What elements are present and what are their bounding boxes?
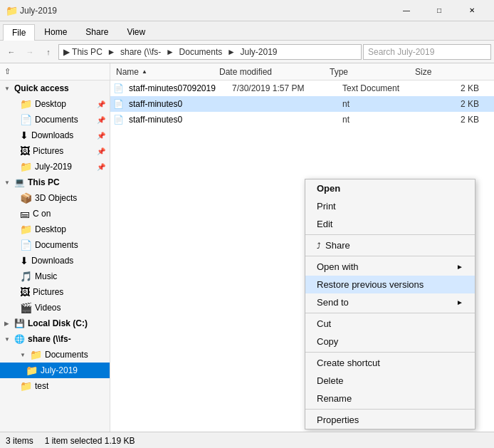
disk-icon: 💾: [14, 318, 25, 328]
ctx-properties[interactable]: Properties: [305, 411, 475, 429]
sidebar-item-label: July-2019: [41, 365, 78, 375]
sidebar-item-share-fs[interactable]: ▼ 🌐 share (\\fs-: [0, 331, 110, 347]
col-header-date[interactable]: Date modified: [214, 63, 324, 80]
sidebar-item-music[interactable]: 🎵 Music: [0, 269, 110, 284]
sidebar-item-videos[interactable]: 🎬 Videos: [0, 300, 110, 316]
sidebar-item-downloads-qa[interactable]: ⬇ Downloads 📌: [0, 127, 110, 143]
tab-file[interactable]: File: [3, 24, 35, 41]
table-row[interactable]: 📄 staff-minutes0 nt 2 KB: [110, 112, 494, 127]
sidebar-scroll[interactable]: ▼ Quick access 📁 Desktop 📌 📄 Documents 📌…: [0, 80, 110, 432]
ctx-open[interactable]: Open: [305, 179, 475, 197]
sidebar-item-label: Videos: [35, 303, 61, 313]
sidebar-item-desktop-pc[interactable]: 📁 Desktop: [0, 222, 110, 237]
sidebar-item-documents-share[interactable]: ▼ 📁 Documents: [0, 347, 110, 363]
ctx-edit[interactable]: Edit: [305, 215, 475, 233]
folder-icon: 🖼: [20, 145, 30, 157]
ctx-cut[interactable]: Cut: [305, 315, 475, 333]
ctx-rename[interactable]: Rename: [305, 390, 475, 407]
ctx-copy[interactable]: Copy: [305, 333, 475, 350]
file-name: staff-minutes0: [129, 115, 232, 125]
ctx-delete-label: Delete: [317, 375, 344, 386]
close-button[interactable]: ✕: [456, 0, 488, 21]
ctx-properties-label: Properties: [317, 415, 359, 425]
address-input[interactable]: ▶ This PC ► share (\\fs- ► Documents ► J…: [58, 44, 362, 60]
main-layout: ▼ Quick access 📁 Desktop 📌 📄 Documents 📌…: [0, 80, 494, 432]
sidebar-item-label: Documents: [35, 240, 78, 250]
sidebar-item-label: Pictures: [33, 146, 63, 156]
sidebar-item-c-on[interactable]: 🖴 C on: [0, 206, 110, 222]
submenu-arrow: ►: [456, 263, 463, 271]
sidebar-item-desktop-qa[interactable]: 📁 Desktop 📌: [0, 96, 110, 112]
sidebar-item-pictures-qa[interactable]: 🖼 Pictures 📌: [0, 143, 110, 159]
drive-icon: 🖴: [20, 208, 30, 219]
file-name: staff-minutes0: [129, 99, 232, 109]
folder-icon: ⬇: [20, 130, 28, 141]
sidebar-item-downloads-pc[interactable]: ⬇ Downloads: [0, 253, 110, 269]
col-header-name[interactable]: Name ▲: [110, 63, 214, 80]
ctx-print[interactable]: Print: [305, 197, 475, 215]
tab-view[interactable]: View: [117, 24, 154, 40]
ctx-restore[interactable]: Restore previous versions: [305, 276, 475, 293]
sidebar-item-pictures-pc[interactable]: 🖼 Pictures: [0, 284, 110, 300]
quick-access-label: Quick access: [14, 83, 69, 93]
ctx-delete[interactable]: Delete: [305, 372, 475, 390]
context-menu: Open Print Edit ⤴ Share Open with ► Re: [305, 179, 475, 429]
sidebar-item-label: Desktop: [35, 99, 66, 109]
file-date: 7/30/2019 1:57 PM: [232, 83, 342, 93]
item-count: 3 items: [6, 436, 33, 446]
ctx-open-label: Open: [317, 183, 340, 194]
column-headers: ⇧ Name ▲ Date modified Type Size: [0, 63, 494, 80]
pin-icon: 📌: [97, 116, 105, 124]
sidebar-item-test[interactable]: 📁 test: [0, 378, 110, 394]
ribbon: File Home Share View: [0, 21, 494, 41]
network-icon: 🌐: [14, 334, 25, 344]
sidebar-item-label: Downloads: [31, 256, 73, 266]
folder-icon: 📁: [20, 161, 32, 172]
ctx-send-to[interactable]: Send to ►: [305, 293, 475, 311]
col-header-size[interactable]: Size: [409, 63, 466, 80]
sidebar-item-july2019-share[interactable]: 📁 July-2019: [0, 363, 110, 378]
ctx-share[interactable]: ⤴ Share: [305, 236, 475, 254]
maximize-button[interactable]: □: [423, 0, 456, 21]
folder-icon: 📁: [20, 98, 32, 110]
sidebar-section-quick-access[interactable]: ▼ Quick access: [0, 80, 110, 96]
tab-share[interactable]: Share: [76, 24, 117, 40]
sidebar-item-july2019-qa[interactable]: 📁 July-2019 📌: [0, 159, 110, 174]
ctx-print-label: Print: [317, 201, 336, 212]
folder-icon: 📄: [20, 114, 32, 125]
ctx-open-with[interactable]: Open with ►: [305, 258, 475, 276]
submenu-arrow: ►: [456, 298, 463, 306]
sidebar-item-3dobjects[interactable]: 📦 3D Objects: [0, 190, 110, 206]
sidebar-item-documents-pc[interactable]: 📄 Documents: [0, 237, 110, 253]
folder-icon: 📁: [20, 224, 32, 235]
sidebar-item-this-pc[interactable]: ▼ 💻 This PC: [0, 174, 110, 190]
ctx-edit-label: Edit: [317, 219, 332, 229]
ctx-create-shortcut[interactable]: Create shortcut: [305, 354, 475, 372]
ctx-separator: [305, 313, 475, 313]
table-row[interactable]: 📄 staff-minutes0 nt 2 KB: [110, 96, 494, 112]
tab-home[interactable]: Home: [35, 24, 76, 40]
sidebar-item-label: Local Disk (C:): [28, 318, 88, 328]
pin-icon: 📌: [97, 100, 105, 108]
sidebar-item-label: Music: [35, 271, 57, 281]
back-button[interactable]: ←: [3, 43, 20, 61]
ctx-separator: [305, 256, 475, 256]
pin-icon: 📌: [97, 132, 105, 140]
up-button[interactable]: ↑: [40, 43, 57, 61]
forward-button[interactable]: →: [21, 43, 38, 61]
sidebar-item-local-disk[interactable]: ▶ 💾 Local Disk (C:): [0, 316, 110, 331]
status-bar: 3 items 1 item selected 1.19 KB: [0, 432, 494, 448]
share-icon: ⤴: [317, 241, 321, 250]
table-row[interactable]: 📄 staff-minutes07092019 7/30/2019 1:57 P…: [110, 80, 494, 96]
window-icon: 📁: [6, 5, 17, 16]
minimize-button[interactable]: —: [390, 0, 423, 21]
sidebar-item-label: 3D Objects: [35, 193, 77, 203]
file-list[interactable]: 📄 staff-minutes07092019 7/30/2019 1:57 P…: [110, 80, 494, 127]
search-box[interactable]: Search July-2019: [363, 44, 491, 60]
ctx-share-label: Share: [325, 240, 350, 251]
ctx-cut-label: Cut: [317, 318, 331, 329]
sidebar-item-label: July-2019: [35, 162, 72, 172]
col-header-type[interactable]: Type: [324, 63, 409, 80]
sidebar-item-documents-qa[interactable]: 📄 Documents 📌: [0, 112, 110, 127]
expand-arrow: ▶: [4, 321, 11, 327]
